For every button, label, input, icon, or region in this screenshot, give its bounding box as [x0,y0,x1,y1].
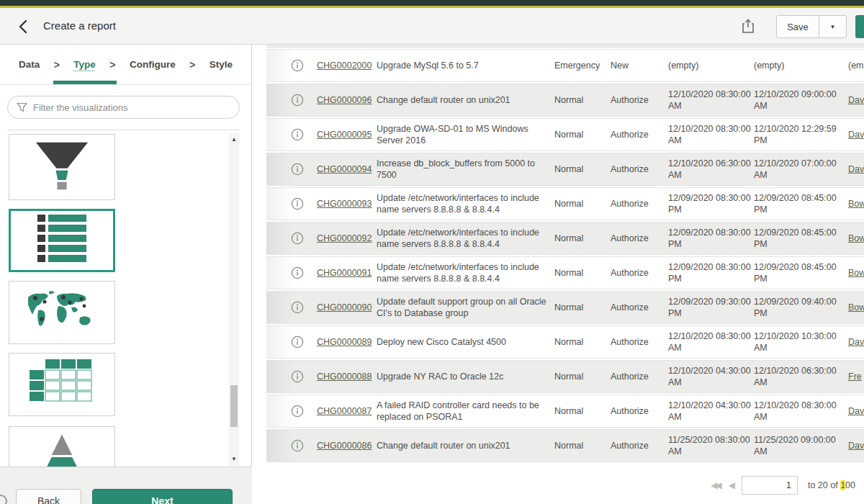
info-icon[interactable] [291,94,304,107]
table-row: CHG0000088 Upgrade NY RAC to Oracle 12c … [266,360,864,393]
viz-type-pyramid[interactable] [9,426,115,467]
short-description: Change default router on unix201 [377,440,547,451]
assigned-to-link[interactable]: Bow [848,267,864,279]
start-date: 12/09/2020 08:30:00 PM [668,261,753,285]
end-date: 12/10/2020 06:30:00 AM [754,365,839,389]
page-title: Create a report [43,19,116,32]
chevron-right-icon: > [54,59,60,71]
previous-page-icon[interactable]: ◀ [729,480,733,490]
state-value: Authorize [611,198,661,210]
end-date: 12/09/2020 08:45:00 PM [754,192,839,216]
change-number-link[interactable]: CHG0000088 [317,371,372,382]
end-date: 12/10/2020 09:00:00 AM [754,89,839,112]
info-icon[interactable] [291,405,304,418]
state-value: New [611,60,661,71]
table-row: CHG0000087 A failed RAID controller card… [266,395,864,428]
change-number-link[interactable]: CHG0000089 [317,336,372,348]
viz-list-scrollbar[interactable]: ▲ ▼ [229,133,239,466]
short-description: A failed RAID controller card needs to b… [377,400,547,423]
cropped-primary-button[interactable] [855,15,864,38]
state-value: Authorize [611,440,661,451]
share-button[interactable] [739,17,757,36]
back-chevron-button[interactable] [14,19,32,36]
viz-type-table[interactable] [9,353,115,416]
assigned-to-link[interactable]: Dav [848,163,864,175]
change-number-link[interactable]: CHG0000087 [317,405,372,417]
state-value: Authorize [611,267,661,279]
chevron-down-icon: ▼ [830,24,836,30]
info-icon[interactable] [291,197,304,210]
change-number-link[interactable]: CHG0002000 [317,60,372,71]
save-dropdown-button[interactable]: ▼ [819,15,847,38]
short-description: Upgrade MySql 5.6 to 5.7 [377,60,547,71]
scrollbar-thumb[interactable] [230,385,238,427]
info-icon[interactable] [291,128,304,141]
assigned-to-link[interactable]: Dav [848,405,864,417]
filter-visualizations-input[interactable] [33,102,239,113]
tab-data[interactable]: Data [19,45,40,84]
info-icon[interactable] [291,266,304,279]
tab-style[interactable]: Style [210,45,233,84]
change-number-link[interactable]: CHG0000092 [317,233,372,244]
chevron-right-icon: > [109,59,115,71]
info-icon[interactable] [291,439,304,452]
first-page-icon[interactable]: ◀◀ [711,480,719,490]
assigned-to-link[interactable]: Bow [848,198,864,210]
priority-value: Normal [554,440,605,451]
back-button[interactable]: Back [16,489,81,504]
info-icon[interactable] [291,232,304,245]
save-button[interactable]: Save [776,15,819,38]
scroll-up-icon[interactable]: ▲ [229,135,239,145]
end-date: 12/10/2020 12:29:59 PM [754,123,839,147]
table-row: CHG0000091 Update /etc/network/interface… [266,256,864,289]
end-date: 12/10/2020 10:30:00 AM [754,330,839,354]
end-date: 12/10/2020 08:30:00 AM [754,400,839,423]
assigned-to-link[interactable]: Fre [848,371,864,382]
scroll-down-icon[interactable]: ▼ [229,454,239,464]
state-value: Authorize [611,405,661,417]
short-description: Change default router on unix201 [377,94,547,106]
priority-value: Normal [554,163,605,175]
change-number-link[interactable]: CHG0000093 [317,198,372,210]
assigned-to-link[interactable]: Dav [848,129,864,140]
next-button[interactable]: Next [92,489,233,504]
change-number-link[interactable]: CHG0000086 [317,440,372,451]
state-value: Authorize [611,163,661,175]
change-number-link[interactable]: CHG0000091 [317,267,372,279]
assigned-to-link[interactable]: Bow [848,233,864,244]
report-preview: CHG0002000 Upgrade MySql 5.6 to 5.7 Emer… [252,45,864,504]
change-number-link[interactable]: CHG0000095 [317,129,372,140]
viz-type-map[interactable] [9,281,115,344]
info-icon[interactable] [291,59,304,72]
viz-type-funnel[interactable] [9,134,115,200]
world-map-icon [22,287,102,338]
table-row: CHG0000086 Change default router on unix… [266,429,864,462]
start-date: 12/10/2020 04:30:00 AM [668,400,753,423]
assigned-to-link[interactable]: Bow [848,302,864,313]
change-number-link[interactable]: CHG0000096 [317,94,372,106]
assigned-to-link[interactable]: (em [848,60,864,71]
create-report-screen: Create a report Save ▼ Data > Type > Con… [0,0,864,504]
priority-value: Normal [554,198,605,210]
info-icon[interactable] [291,301,304,314]
assigned-to-link[interactable]: Dav [848,440,864,451]
start-date: 12/10/2020 08:30:00 AM [668,330,753,354]
assigned-to-link[interactable]: Dav [848,336,864,348]
info-icon[interactable] [291,163,304,176]
tab-configure[interactable]: Configure [130,45,176,84]
page-number-input[interactable] [742,476,798,495]
tab-type[interactable]: Type [73,45,96,84]
table-row: CHG0000090 Update default support group … [266,291,864,324]
list-icon [27,213,96,268]
app-header: Create a report Save ▼ [0,8,864,45]
assigned-to-link[interactable]: Dav [848,94,864,106]
priority-value: Normal [554,267,605,279]
change-number-link[interactable]: CHG0000094 [317,163,372,175]
wizard-steps: Data > Type > Configure > Style [0,45,251,85]
short-description: Upgrade OWA-SD-01 to MS Windows Server 2… [377,123,547,147]
info-icon[interactable] [291,336,304,348]
viz-type-list[interactable] [9,209,115,272]
info-icon[interactable] [291,370,304,383]
priority-value: Normal [554,302,605,313]
change-number-link[interactable]: CHG0000090 [317,302,372,313]
